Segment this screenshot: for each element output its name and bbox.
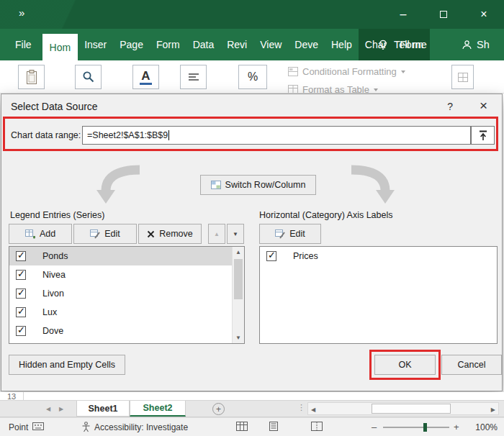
- sheet-tab-sheet2[interactable]: Sheet2: [130, 401, 186, 417]
- clipboard-icon: [25, 69, 38, 85]
- minimize-button[interactable]: –: [383, 0, 423, 29]
- tab-help[interactable]: Help: [325, 29, 359, 60]
- macro-record-icon[interactable]: [32, 422, 44, 431]
- quick-access-toolbar-chevron[interactable]: »: [19, 6, 24, 19]
- select-data-source-dialog: Select Data Source ? × Chart data range:…: [1, 94, 503, 391]
- tab-review[interactable]: Revi: [220, 29, 253, 60]
- switch-row-column-button[interactable]: Switch Row/Column: [200, 175, 316, 195]
- tab-insert[interactable]: Inser: [78, 29, 113, 60]
- list-item[interactable]: Nivea: [9, 265, 232, 284]
- zoom-slider-handle[interactable]: [423, 423, 427, 432]
- conditional-formatting-button[interactable]: Conditional Formatting: [288, 66, 405, 77]
- accessibility-icon[interactable]: [81, 422, 91, 432]
- chart-data-range-input[interactable]: =Sheet2!$A$1:$B$9: [82, 126, 471, 145]
- list-item[interactable]: Livon: [9, 284, 232, 303]
- tab-developer[interactable]: Deve: [288, 29, 325, 60]
- close-button[interactable]: ×: [464, 0, 504, 29]
- hidden-and-empty-cells-button[interactable]: Hidden and Empty Cells: [9, 355, 125, 375]
- collapse-dialog-button[interactable]: [471, 126, 495, 145]
- legend-entries-list[interactable]: Ponds Nivea Livon Lux Dove: [9, 246, 245, 344]
- tab-formulas[interactable]: Form: [150, 29, 186, 60]
- ok-button[interactable]: OK: [374, 355, 436, 375]
- move-up-button[interactable]: ▲: [208, 224, 225, 244]
- alignment-button[interactable]: [180, 65, 207, 89]
- horizontal-scrollbar-thumb[interactable]: [372, 404, 451, 414]
- sheet-tab-bar: ◀ ▶ Sheet1 Sheet2 + ⋮ ◀ ▶: [0, 401, 504, 417]
- share-button[interactable]: Sh: [462, 29, 504, 60]
- add-button[interactable]: Add: [9, 224, 72, 244]
- sheet-nav-right-icon[interactable]: ▶: [59, 406, 63, 412]
- edit-axis-labels-button[interactable]: Edit: [259, 224, 321, 244]
- format-as-table-button[interactable]: Format as Table: [288, 84, 378, 94]
- format-as-table-icon: [288, 85, 298, 94]
- dialog-help-button[interactable]: ?: [447, 101, 453, 112]
- checkbox-checked-icon[interactable]: [16, 326, 26, 336]
- tab-file[interactable]: File: [4, 29, 42, 60]
- sheet-tab-sheet1[interactable]: Sheet1: [76, 401, 130, 417]
- page-break-view-icon[interactable]: [311, 422, 323, 431]
- conditional-formatting-icon: [288, 67, 298, 76]
- move-down-button[interactable]: ▼: [227, 224, 244, 244]
- new-sheet-button[interactable]: +: [212, 403, 225, 415]
- checkbox-checked-icon[interactable]: [16, 307, 26, 317]
- edit-series-icon: [90, 230, 100, 239]
- tell-me[interactable]: Tell me: [377, 29, 427, 60]
- scroll-up-icon[interactable]: ▲: [233, 249, 244, 255]
- tab-splitter-icon[interactable]: ⋮: [297, 403, 305, 412]
- cells-button[interactable]: [451, 65, 474, 89]
- series-label: Livon: [42, 289, 64, 299]
- zoom-slider-track[interactable]: [383, 427, 449, 428]
- conditional-formatting-label: Conditional Formatting: [302, 66, 397, 77]
- series-label: Lux: [42, 307, 57, 317]
- legend-entries-heading: Legend Entries (Series): [10, 210, 104, 220]
- sheet-nav-left-icon[interactable]: ◀: [46, 406, 50, 412]
- edit-series-button[interactable]: Edit: [73, 224, 137, 244]
- cancel-button[interactable]: Cancel: [441, 355, 502, 375]
- percent-style-button[interactable]: %: [238, 65, 267, 89]
- scroll-left-icon[interactable]: ◀: [311, 407, 315, 413]
- checkbox-checked-icon[interactable]: [16, 270, 26, 280]
- zoom-in-button[interactable]: +: [454, 422, 459, 432]
- format-as-table-label: Format as Table: [302, 84, 369, 94]
- maximize-button[interactable]: [423, 0, 464, 29]
- align-lines-icon: [188, 73, 199, 81]
- tab-view[interactable]: View: [253, 29, 288, 60]
- tab-page-layout[interactable]: Page: [113, 29, 150, 60]
- list-item[interactable]: Prices: [260, 247, 497, 265]
- chevron-down-icon: [374, 88, 378, 91]
- switch-row-column-label: Switch Row/Column: [225, 180, 306, 190]
- list-item[interactable]: Dove: [9, 322, 232, 340]
- checkbox-checked-icon[interactable]: [266, 251, 276, 261]
- list-item[interactable]: Lux: [9, 303, 232, 322]
- window-controls: – ×: [383, 0, 504, 29]
- zoom-out-button[interactable]: –: [372, 422, 377, 432]
- vertical-scrollbar[interactable]: ▲ ▼: [232, 247, 244, 343]
- accessibility-status[interactable]: Accessibility: Investigate: [94, 422, 188, 432]
- normal-view-icon[interactable]: [236, 422, 248, 431]
- remove-button[interactable]: Remove: [138, 224, 202, 244]
- zoom-level[interactable]: 100%: [475, 422, 498, 432]
- scroll-down-icon[interactable]: ▼: [233, 335, 244, 341]
- title-bar: » – ×: [0, 0, 504, 29]
- find-button[interactable]: [75, 65, 102, 89]
- dialog-close-button[interactable]: ×: [480, 98, 487, 114]
- checkbox-checked-icon[interactable]: [16, 251, 26, 261]
- series-label: Dove: [42, 326, 63, 336]
- cells-grid-icon: [458, 73, 468, 82]
- paste-button[interactable]: [18, 65, 45, 89]
- checkbox-checked-icon[interactable]: [16, 289, 26, 299]
- cell-mode-indicator: Point: [9, 422, 28, 432]
- axis-labels-list[interactable]: Prices: [259, 246, 498, 344]
- horizontal-scrollbar[interactable]: ◀ ▶: [307, 402, 499, 415]
- font-color-button[interactable]: A: [132, 65, 159, 89]
- page-layout-view-icon[interactable]: [268, 422, 279, 431]
- curved-arrow-left-icon: [86, 163, 145, 205]
- tab-data[interactable]: Data: [186, 29, 221, 60]
- worksheet-strip: 13: [0, 392, 504, 401]
- tab-home[interactable]: Hom: [42, 34, 78, 60]
- edit-button-label: Edit: [104, 229, 120, 239]
- list-item[interactable]: Ponds: [9, 247, 232, 265]
- scroll-right-icon[interactable]: ▶: [491, 407, 495, 413]
- scrollbar-thumb[interactable]: [234, 259, 243, 299]
- chevron-down-icon: [401, 71, 405, 73]
